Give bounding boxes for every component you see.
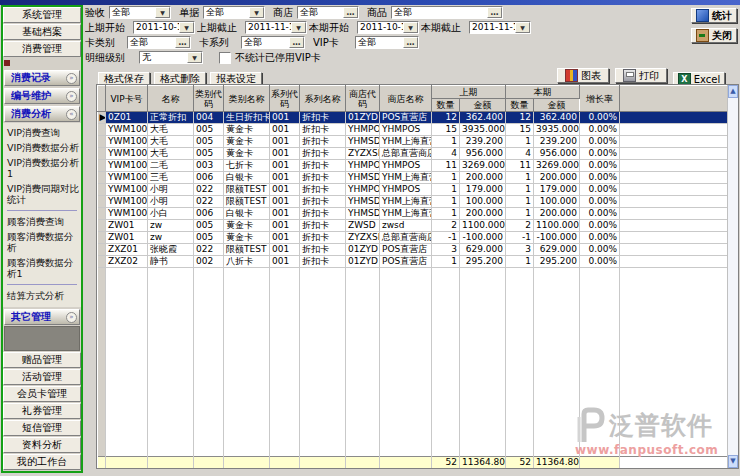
filler-header[interactable]	[620, 86, 728, 112]
table-row[interactable]: ZXZ01张晓霞022限额TEST001折扣卡01ZYDPOS直营店3629.0…	[98, 244, 728, 256]
sidebar-item[interactable]: VIP消费数据分析	[3, 140, 81, 155]
scroll-down-arrow-icon[interactable]: ▼	[728, 455, 738, 468]
stats-icon	[696, 9, 709, 22]
scroll-up-arrow-icon[interactable]: ▲	[728, 85, 738, 98]
chevron-circle-icon[interactable]: »	[66, 73, 77, 84]
filler-cell	[432, 268, 460, 457]
filter-label: 单据	[179, 6, 203, 20]
sidebar-group-header[interactable]: 编号维护»	[4, 88, 80, 104]
column-header[interactable]: 系列名称	[300, 86, 346, 112]
sidebar-button[interactable]: 活动管理	[3, 369, 81, 385]
ellipsis-button[interactable]: …	[487, 7, 502, 18]
table-row[interactable]: YWM10005小白006白银卡001折扣卡YHMSD1YHM上海直营店1200…	[98, 208, 728, 220]
column-header[interactable]: 商店名称	[380, 86, 432, 112]
vertical-scrollbar[interactable]: ▲ ▼	[727, 85, 738, 468]
sidebar-item[interactable]: 顾客消费查询	[3, 214, 81, 229]
total-cell: 11364.800	[534, 456, 580, 468]
chevron-circle-icon[interactable]: »	[66, 312, 77, 323]
filter-field[interactable]: 全部…	[297, 6, 359, 19]
sidebar-button[interactable]: 系统管理	[3, 7, 81, 23]
checkbox-icon[interactable]	[219, 52, 231, 64]
table-row[interactable]: ZW01zw005黄金卡001折扣卡ZYZXSB总部直营商店-1-100.000…	[98, 232, 728, 244]
table-row[interactable]: YWM10001大毛005黄金卡001折扣卡ZYZXSB总部直营商店4956.0…	[98, 148, 728, 160]
period-group-header[interactable]: 上期	[432, 86, 506, 99]
table-row[interactable]: ZW01zw005黄金卡001折扣卡ZWSDzwsd21100.00021100…	[98, 220, 728, 232]
sub-column-header[interactable]: 数量	[432, 99, 460, 112]
ellipsis-button[interactable]: …	[289, 37, 304, 48]
column-header[interactable]: 商店代码	[346, 86, 380, 112]
column-header[interactable]: 类别代码	[194, 86, 224, 112]
column-header[interactable]: 名称	[148, 86, 194, 112]
filter-field[interactable]: 无▼	[139, 51, 203, 64]
ellipsis-button[interactable]: …	[175, 37, 190, 48]
close-button[interactable]: 关闭	[691, 28, 737, 43]
dropdown-arrow-icon[interactable]: ▼	[187, 52, 202, 63]
table-cell: 黄金卡	[224, 124, 270, 136]
growth-rate-header[interactable]: 增长率	[580, 86, 620, 112]
table-row[interactable]: ZXZ02静书002八折卡001折扣卡01ZYDPOS直营店1295.20012…	[98, 256, 728, 268]
table-row[interactable]: YWM10004小明022限额TEST001折扣卡YHMPOSYHMPOS117…	[98, 184, 728, 196]
stats-button[interactable]: 统计	[691, 8, 737, 23]
sub-column-header[interactable]: 金额	[460, 99, 506, 112]
table-cell: ZYZXSB	[346, 232, 380, 244]
row-marker-header[interactable]	[98, 86, 106, 112]
filter-field[interactable]: 全部…	[355, 36, 419, 49]
period-group-header[interactable]: 本期	[506, 86, 580, 99]
filter-field[interactable]: 2011-11-18▼	[469, 21, 531, 34]
sidebar-item[interactable]: 结算方式分析	[3, 288, 81, 303]
filter-field[interactable]: 2011-10-18▼	[133, 21, 195, 34]
sidebar-item[interactable]: VIP消费数据分析1	[3, 155, 81, 181]
table-row[interactable]: YWM10002二毛003七折卡001折扣卡YHMPOSYHMPOS113269…	[98, 160, 728, 172]
filter-field[interactable]: 全部▼	[203, 6, 265, 19]
column-header[interactable]: 类别名称	[224, 86, 270, 112]
table-cell: 正常折扣	[148, 112, 194, 124]
table-row[interactable]: YWM10001大毛005黄金卡001折扣卡YHMSD1YHM上海直营店1239…	[98, 136, 728, 148]
dropdown-arrow-icon[interactable]: ▼	[155, 7, 170, 18]
exclude-disabled-vip-checkbox[interactable]: 不统计已停用VIP卡	[219, 51, 321, 65]
sidebar-button[interactable]: 礼券管理	[3, 403, 81, 419]
sidebar-group-header[interactable]: 其它管理»	[4, 309, 80, 325]
ellipsis-button[interactable]: …	[403, 37, 418, 48]
图表-button[interactable]: 图表	[557, 68, 609, 83]
dropdown-arrow-icon[interactable]: ▼	[249, 7, 264, 18]
sidebar-item[interactable]: 顾客消费数据分析	[3, 229, 81, 255]
sidebar-item[interactable]: 顾客消费数据分析1	[3, 255, 81, 281]
sub-column-header[interactable]: 数量	[506, 99, 534, 112]
sidebar-item[interactable]: VIP消费查询	[3, 125, 81, 140]
filter-field[interactable]: 全部…	[391, 6, 503, 19]
sidebar-button[interactable]: 我的工作台	[3, 454, 81, 470]
filter-field[interactable]: 全部▼	[109, 6, 171, 19]
table-cell: 1	[506, 196, 534, 208]
sidebar-item[interactable]: VIP消费同期对比统计	[3, 181, 81, 207]
sidebar-button[interactable]: 资料分析	[3, 437, 81, 453]
table-cell: ZXZ01	[106, 244, 148, 256]
table-row[interactable]: YWM10003三毛006白银卡001折扣卡YHMSD1YHM上海直营店1200…	[98, 172, 728, 184]
sidebar-button[interactable]: 基础档案	[3, 24, 81, 40]
sidebar-group-header[interactable]: 消费记录»	[4, 70, 80, 86]
chevron-circle-icon[interactable]: «	[66, 109, 77, 120]
table-row[interactable]: ▶0Z01正常折扣004生日折扣卡001折扣卡01ZYDPOS直营店12362.…	[98, 112, 728, 124]
table-cell: 001	[270, 172, 300, 184]
chevron-circle-icon[interactable]: »	[66, 91, 77, 102]
sub-column-header[interactable]: 金额	[534, 99, 580, 112]
table-row[interactable]: YWM10001大毛005黄金卡001折扣卡YHMPOSYHMPOS153935…	[98, 124, 728, 136]
打印-button[interactable]: 打印	[615, 68, 667, 83]
sidebar-group-header[interactable]: 消费分析«	[4, 106, 80, 122]
filter-field[interactable]: 2011-10-18▼	[357, 21, 419, 34]
column-header[interactable]: VIP卡号	[106, 86, 148, 112]
dropdown-arrow-icon[interactable]: ▼	[291, 22, 306, 33]
column-header[interactable]: 系列代码	[270, 86, 300, 112]
dropdown-arrow-icon[interactable]: ▼	[515, 22, 530, 33]
dropdown-arrow-icon[interactable]: ▼	[403, 22, 418, 33]
table-cell: YWM10001	[106, 136, 148, 148]
sidebar-button[interactable]: 短信管理	[3, 420, 81, 436]
ellipsis-button[interactable]: …	[343, 7, 358, 18]
filter-field[interactable]: 全部…	[127, 36, 191, 49]
filter-field[interactable]: 2011-11-18▼	[245, 21, 307, 34]
filter-field[interactable]: 全部…	[241, 36, 305, 49]
sidebar-button[interactable]: 会员卡管理	[3, 386, 81, 402]
table-row[interactable]: YWM10004小明022限额TEST001折扣卡YHMSD1YHM上海直营店1…	[98, 196, 728, 208]
sidebar-button[interactable]: 消费管理	[3, 41, 81, 57]
sidebar-button[interactable]: 赠品管理	[3, 352, 81, 368]
dropdown-arrow-icon[interactable]: ▼	[179, 22, 194, 33]
